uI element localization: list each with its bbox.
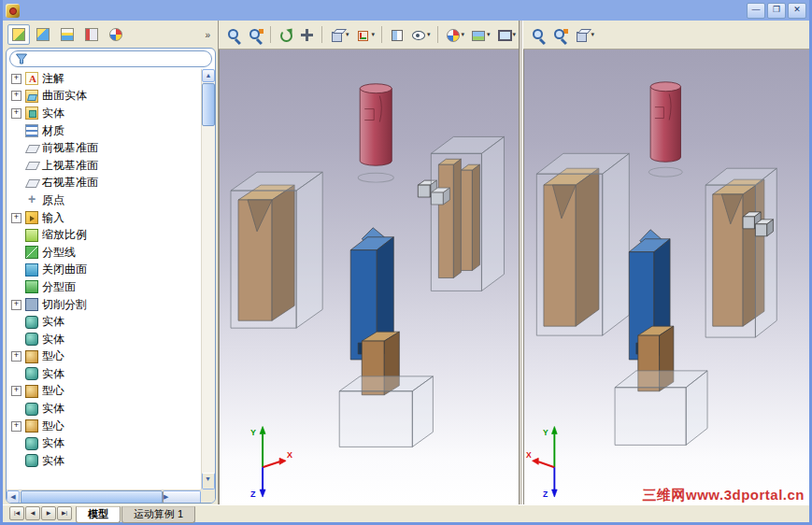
expander-icon[interactable] [11,300,21,310]
toolbar-separator [321,26,322,43]
dimxpert-manager-tab[interactable] [80,24,103,45]
expander-icon[interactable] [11,108,21,119]
viewport-left[interactable]: YXZ [219,50,519,504]
expander-icon[interactable] [11,386,21,396]
tree-item[interactable]: 实体 [8,313,201,331]
tree-item[interactable]: 前视基准面 [8,139,201,157]
tree-item[interactable]: 型心 [8,383,201,401]
tree-item[interactable]: 缩放比例 [8,226,201,244]
maximize-button[interactable]: ❐ [767,3,786,19]
tab-model[interactable]: 模型 [76,506,121,523]
feature-manager-tab[interactable] [7,24,30,45]
tree-item[interactable]: 型心 [8,418,201,435]
minimize-button[interactable]: — [747,3,765,19]
tree-item-label: 实体 [42,453,64,469]
zoom-area-icon [552,27,568,43]
tree-item[interactable]: 实体 [8,434,201,452]
display-style-icon [329,27,345,43]
expander-icon[interactable] [11,91,21,101]
titlebar: — ❐ ✕ [3,0,809,21]
tree-item[interactable]: 实体 [8,331,201,348]
tree-item[interactable]: 材质 [8,122,201,140]
vertical-scroll-thumb[interactable] [202,83,215,126]
panel-overflow-button[interactable]: » [202,30,213,40]
view-settings-button[interactable]: ▾ [494,25,519,45]
dropdown-caret-icon[interactable]: ▾ [462,31,465,38]
tab-nav-button-2[interactable]: ▶ [41,506,56,520]
tree-item[interactable]: 输入 [8,209,201,227]
edit-appearance-button[interactable]: ▾ [443,25,467,45]
dropdown-caret-icon[interactable]: ▾ [591,31,594,38]
scroll-right-button[interactable]: ▶ [163,490,201,504]
tree-item[interactable]: 右视基准面 [8,175,201,192]
hide-show-items-button[interactable]: ▾ [408,25,433,45]
section-view-icon [389,27,405,43]
feature-tree: 注解 曲面实体 实体 材质 前视基准面 上视基准面 右视基准面 原点 [7,69,201,490]
tree-item[interactable]: 分型线 [8,244,201,262]
tree-item[interactable]: 注解 [8,70,201,88]
tree-horizontal-scrollbar[interactable]: ◀ ▶ [7,490,201,503]
tree-item[interactable]: 关闭曲面 [8,262,201,279]
configuration-manager-tab-icon [61,28,74,41]
zoom-area-button[interactable] [550,25,570,45]
display-style-button[interactable]: ▾ [572,25,596,45]
display-manager-tab[interactable] [105,24,127,45]
pan-button[interactable] [297,25,317,45]
horizontal-scroll-thumb[interactable] [21,490,163,504]
dropdown-caret-icon[interactable]: ▾ [346,31,349,38]
tree-item-label: 分型面 [42,279,76,295]
plane-icon [25,177,38,190]
tree-item[interactable]: 实体 [8,452,201,470]
app-icon[interactable] [6,4,20,18]
tree-item[interactable]: 原点 [8,192,201,209]
display-style-icon [574,27,590,43]
tree-item[interactable]: 实体 [8,365,201,383]
zoom-fit-button[interactable] [224,25,244,45]
tab-nav-button-0[interactable]: |◀ [9,506,24,520]
tree-item-label: 实体 [42,401,64,417]
zoom-fit-button[interactable] [529,25,548,45]
close-button[interactable]: ✕ [788,3,806,19]
property-manager-tab[interactable] [32,24,54,45]
dropdown-caret-icon[interactable]: ▾ [427,31,431,38]
tree-item[interactable]: 曲面实体 [8,88,201,106]
tree-filter-bar[interactable] [9,50,212,67]
tree-item[interactable]: 分型面 [8,278,201,296]
tab-nav-button-1[interactable]: ◀ [25,506,40,520]
tree-item[interactable]: 切削分割 [8,296,201,314]
configuration-manager-tab[interactable] [56,24,78,45]
dropdown-caret-icon[interactable]: ▾ [487,31,491,38]
filter-icon [15,52,28,65]
scroll-left-button[interactable]: ◀ [7,490,20,504]
tab-motion-study[interactable]: 运动算例 1 [121,506,195,523]
scroll-up-button[interactable]: ▲ [202,69,215,82]
display-style-button[interactable]: ▾ [327,25,351,45]
svg-text:Y: Y [250,428,256,437]
tree-item[interactable]: 实体 [8,400,201,418]
app-window: — ❐ ✕ » 注解 曲面实体 [0,0,812,525]
dropdown-caret-icon[interactable]: ▾ [372,31,376,38]
origin-icon [25,193,38,206]
tree-item[interactable]: 型心 [8,348,201,366]
tree-vertical-scrollbar[interactable]: ▲ ▼ [201,69,215,490]
expander-icon[interactable] [11,351,21,362]
expander-icon[interactable] [11,421,21,432]
tree-item[interactable]: 实体 [8,105,201,122]
dropdown-caret-icon[interactable]: ▾ [513,31,517,38]
apply-scene-button[interactable]: ▾ [468,25,492,45]
tab-nav-button-3[interactable]: ▶| [57,506,72,520]
svg-text:Z: Z [543,490,548,499]
view-orientation-button[interactable]: ▾ [353,25,378,45]
viewport-right[interactable]: YXZ 三维网www.3dportal.cn [523,50,809,504]
tooling-split-icon [25,298,38,311]
document-tabs: 模型运动算例 1 [76,505,196,522]
expander-icon[interactable] [11,74,21,84]
tree-item[interactable]: 上视基准面 [8,157,201,175]
scroll-down-button[interactable]: ▼ [202,473,215,490]
expander-icon[interactable] [11,213,21,223]
rotate-view-button[interactable] [276,25,295,45]
zoom-area-icon [248,27,264,43]
section-view-button[interactable] [387,25,406,45]
viewport-toolbar-right: ▾ [523,21,809,50]
zoom-area-button[interactable] [246,25,265,45]
